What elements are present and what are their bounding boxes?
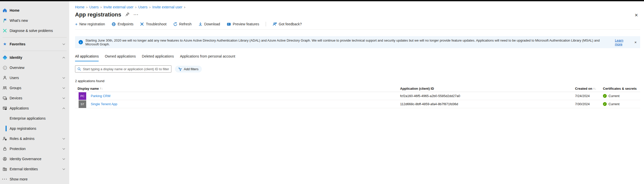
table-row[interactable]: PC Parking CRM fcf2a160-46f5-4965-a2b0-5… [75, 92, 640, 100]
breadcrumb-link-home[interactable]: Home [75, 5, 84, 9]
sidebar-item-users[interactable]: Users [0, 73, 69, 83]
applications-icon [2, 106, 7, 111]
breadcrumb-link-invite-external-user[interactable]: Invite external user [103, 5, 133, 9]
sidebar-item-identity-governance[interactable]: Identity Governance [0, 154, 69, 164]
sidebar-item-label: App registrations [10, 126, 36, 131]
diagnose-icon [2, 28, 7, 33]
created-on-cell: 7/30/2024 [575, 102, 603, 106]
status-label: Current [609, 94, 619, 98]
sidebar-item-label: Show more [10, 177, 28, 181]
banner-close-icon[interactable]: × [631, 40, 637, 44]
chevron-down-icon [63, 157, 65, 160]
status-label: Current [609, 102, 619, 106]
sidebar-item-label: What's new [10, 19, 28, 23]
sidebar-item-enterprise-applications[interactable]: Enterprise applications [0, 113, 69, 123]
breadcrumb: Home › Users › Invite external user › Us… [75, 5, 640, 9]
sidebar-item-label: Roles & admins [10, 137, 34, 141]
chevron-down-icon [63, 147, 65, 150]
sidebar-item-label: Identity [10, 56, 22, 60]
troubleshoot-icon [140, 22, 144, 26]
breadcrumb-separator: › [86, 5, 87, 9]
certificates-status: Current [603, 94, 640, 98]
tab-deleted-applications[interactable]: Deleted applications [142, 54, 174, 61]
sidebar-item-overview[interactable]: i Overview [0, 63, 69, 73]
troubleshoot-button[interactable]: Troubleshoot [140, 22, 166, 26]
page-title: App registrations [75, 11, 121, 18]
breadcrumb-separator: › [100, 5, 102, 9]
star-icon: ★ [2, 42, 7, 47]
user-icon [2, 75, 7, 80]
applications-table: Display name ↑↓ Application (client) ID … [75, 85, 640, 108]
tab-owned-applications[interactable]: Owned applications [105, 54, 136, 61]
devices-icon [2, 96, 7, 101]
sidebar-item-applications[interactable]: Applications [0, 103, 69, 113]
toolbar: + New registration Endpoints Troubleshoo… [75, 22, 640, 30]
sidebar-item-home[interactable]: Home [0, 5, 69, 15]
sidebar-item-label: Users [10, 76, 19, 80]
got-feedback-button[interactable]: Got feedback? [273, 22, 302, 26]
column-header-client-id[interactable]: Application (client) ID [400, 87, 575, 90]
whats-new-icon [2, 18, 7, 23]
preview-features-button[interactable]: Preview features [227, 22, 259, 26]
more-options-icon[interactable]: ··· [134, 13, 139, 17]
endpoints-button[interactable]: Endpoints [112, 22, 133, 26]
tab-applications-personal-account[interactable]: Applications from personal account [180, 54, 235, 61]
column-header-display-name[interactable]: Display name ↑↓ [75, 87, 400, 90]
client-id-cell: 112d668c-8bff-4859-afa4-8b7f871fd36d [400, 102, 575, 106]
close-page-icon[interactable]: × [635, 12, 638, 18]
column-header-created-on[interactable]: Created on ↑↓ [575, 87, 603, 90]
check-circle-icon [603, 94, 607, 98]
sidebar-item-label: Favorites [10, 42, 25, 46]
breadcrumb-link-users-2[interactable]: Users [138, 5, 148, 9]
search-icon [77, 67, 81, 71]
sidebar-item-show-more[interactable]: ··· Show more [0, 174, 69, 184]
chevron-down-icon [63, 76, 65, 79]
sidebar-divider [3, 37, 67, 38]
tab-all-applications[interactable]: All applications [75, 54, 99, 61]
breadcrumb-separator: › [184, 5, 185, 9]
governance-icon [2, 156, 7, 161]
results-count: 2 applications found [75, 79, 640, 83]
search-input[interactable] [83, 67, 169, 71]
chevron-down-icon [63, 168, 65, 170]
download-icon [198, 22, 203, 26]
add-filters-button[interactable]: Add filters [175, 66, 202, 72]
external-identities-icon [2, 167, 7, 172]
globe-icon [112, 22, 116, 26]
column-header-certificates[interactable]: Certificates & secrets [603, 87, 640, 90]
sidebar-item-favorites[interactable]: ★ Favorites [0, 39, 69, 49]
learn-more-link[interactable]: Learn more [615, 39, 631, 46]
table-header-row: Display name ↑↓ Application (client) ID … [75, 85, 640, 92]
sidebar-item-identity[interactable]: Identity [0, 52, 69, 63]
refresh-button[interactable]: Refresh [173, 22, 192, 26]
sidebar-item-label: Groups [10, 86, 21, 90]
app-link-parking-crm[interactable]: Parking CRM [91, 94, 110, 98]
download-button[interactable]: Download [198, 22, 220, 26]
plus-icon: + [75, 22, 78, 26]
deprecation-banner: i Starting June 30th, 2020 we will no lo… [75, 36, 640, 48]
sidebar-item-devices[interactable]: Devices [0, 93, 69, 103]
sidebar-item-diagnose[interactable]: Diagnose & solve problems [0, 26, 69, 36]
pin-icon[interactable] [125, 12, 130, 17]
breadcrumb-link-invite-external-user-2[interactable]: Invite external user [152, 5, 182, 9]
sidebar-item-label: Identity Governance [10, 157, 41, 161]
lock-icon [2, 146, 7, 151]
feedback-icon [273, 22, 277, 26]
sidebar-item-app-registrations[interactable]: App registrations [0, 123, 69, 134]
sidebar-item-external-identities[interactable]: External Identities [0, 164, 69, 174]
sidebar-item-groups[interactable]: Groups [0, 83, 69, 93]
home-icon [2, 8, 7, 13]
ellipsis-icon: ··· [2, 177, 7, 182]
chevron-down-icon [63, 137, 65, 140]
sidebar-item-whats-new[interactable]: What's new [0, 15, 69, 26]
table-row[interactable]: ST Single Tenent App 112d668c-8bff-4859-… [75, 100, 640, 108]
sidebar-item-protection[interactable]: Protection [0, 144, 69, 154]
sidebar-item-roles-admins[interactable]: Roles & admins [0, 134, 69, 144]
info-circle-icon: i [2, 65, 7, 70]
new-registration-button[interactable]: + New registration [75, 22, 105, 26]
breadcrumb-link-users[interactable]: Users [89, 5, 99, 9]
tab-bar: All applications Owned applications Dele… [75, 54, 640, 61]
sidebar-item-label: Applications [10, 106, 29, 110]
chevron-down-icon [63, 43, 65, 45]
app-link-single-tenent-app[interactable]: Single Tenent App [91, 102, 117, 106]
